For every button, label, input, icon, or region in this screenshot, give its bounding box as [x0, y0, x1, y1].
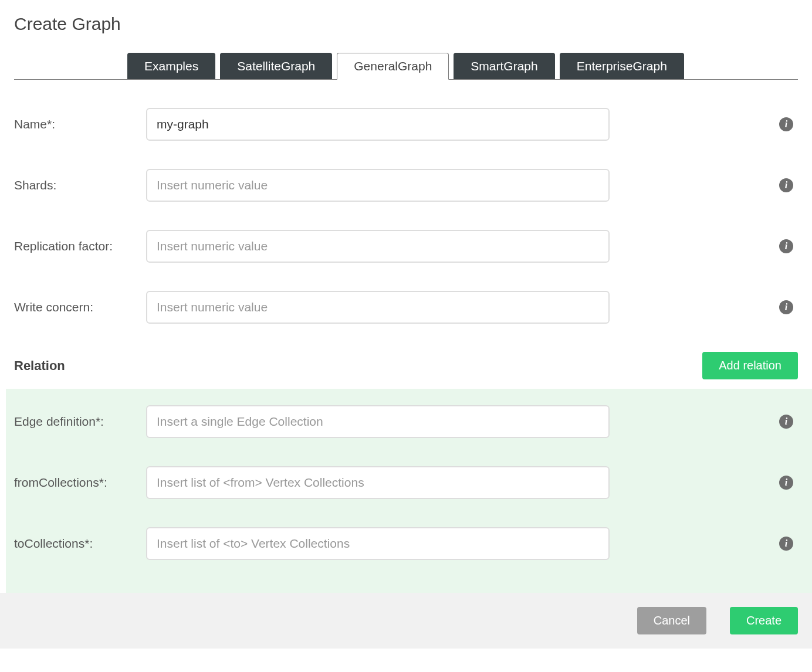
info-icon[interactable]: i: [779, 476, 793, 490]
cancel-button[interactable]: Cancel: [637, 607, 706, 634]
label-name: Name*:: [14, 117, 146, 131]
row-name: Name*: i: [14, 108, 798, 141]
input-from-collections[interactable]: [146, 466, 610, 499]
row-shards: Shards: i: [14, 169, 798, 202]
input-to-collections[interactable]: [146, 527, 610, 560]
info-icon[interactable]: i: [779, 239, 793, 253]
row-replication: Replication factor: i: [14, 230, 798, 263]
create-button[interactable]: Create: [730, 607, 798, 634]
info-icon[interactable]: i: [779, 300, 793, 314]
add-relation-button[interactable]: Add relation: [702, 352, 798, 379]
tab-enterprisegraph[interactable]: EnterpriseGraph: [560, 53, 684, 79]
row-from-collections: fromCollections*: i: [14, 466, 812, 499]
input-replication[interactable]: [146, 230, 610, 263]
tab-smartgraph[interactable]: SmartGraph: [454, 53, 554, 79]
relation-title: Relation: [14, 358, 65, 374]
label-edge-definition: Edge definition*:: [14, 415, 146, 429]
row-to-collections: toCollections*: i: [14, 527, 812, 560]
row-edge-definition: Edge definition*: i: [14, 405, 812, 438]
label-shards: Shards:: [14, 178, 146, 192]
input-shards[interactable]: [146, 169, 610, 202]
tab-examples[interactable]: Examples: [127, 53, 215, 79]
tabs: Examples SatelliteGraph GeneralGraph Sma…: [14, 53, 798, 80]
info-icon[interactable]: i: [779, 537, 793, 551]
label-write-concern: Write concern:: [14, 300, 146, 314]
info-icon[interactable]: i: [779, 415, 793, 429]
info-icon[interactable]: i: [779, 178, 793, 192]
footer: Cancel Create: [0, 593, 812, 649]
input-edge-definition[interactable]: [146, 405, 610, 438]
form-area: Name*: i Shards: i Replication factor: i…: [14, 80, 798, 593]
info-icon[interactable]: i: [779, 117, 793, 131]
tab-generalgraph[interactable]: GeneralGraph: [337, 53, 449, 80]
tab-satellitegraph[interactable]: SatelliteGraph: [220, 53, 332, 79]
label-replication: Replication factor:: [14, 239, 146, 253]
label-from-collections: fromCollections*:: [14, 476, 146, 490]
row-write-concern: Write concern: i: [14, 291, 798, 324]
input-name[interactable]: [146, 108, 610, 141]
input-write-concern[interactable]: [146, 291, 610, 324]
label-to-collections: toCollections*:: [14, 537, 146, 551]
relation-header: Relation Add relation: [14, 352, 798, 379]
page-title: Create Graph: [14, 14, 798, 34]
relation-panel: Edge definition*: i fromCollections*: i …: [6, 389, 812, 593]
